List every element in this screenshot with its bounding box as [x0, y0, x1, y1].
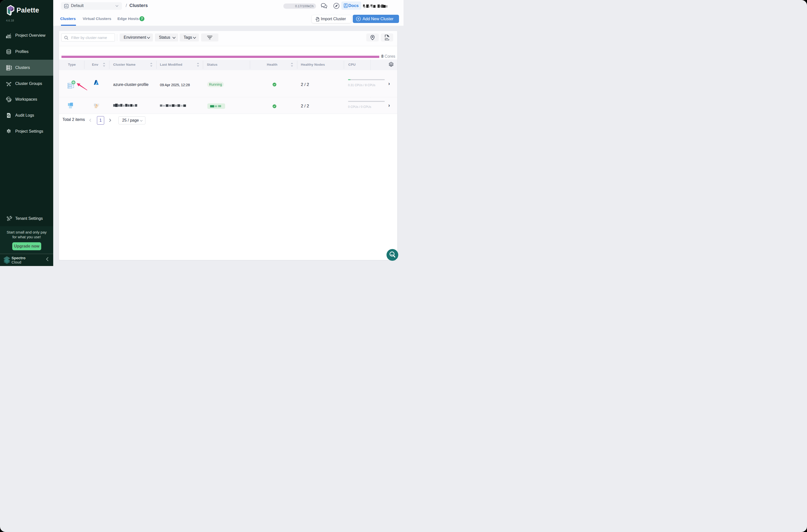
svg-text:csv: csv — [385, 37, 388, 39]
